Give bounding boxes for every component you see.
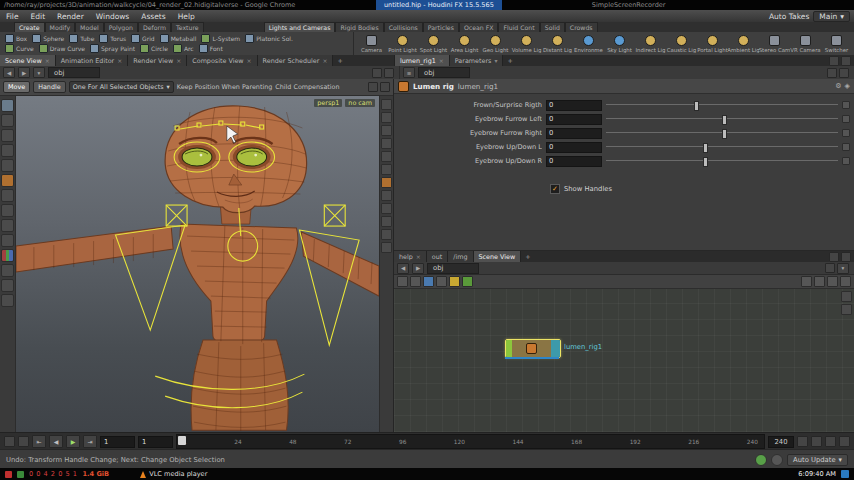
- pin-pane-icon[interactable]: [827, 68, 837, 78]
- current-frame-field[interactable]: 1: [100, 436, 135, 448]
- tool-grid[interactable]: Grid: [129, 34, 157, 43]
- network-canvas[interactable]: lumen_rig1: [394, 289, 854, 432]
- shelf-tab-rigid-bodies[interactable]: Rigid Bodies: [335, 22, 383, 32]
- node-grid-icon[interactable]: [410, 276, 421, 287]
- network-overview-icon[interactable]: [841, 291, 852, 302]
- chevron-down-icon[interactable]: ▾: [494, 57, 497, 64]
- new-tab-button[interactable]: +: [503, 55, 516, 66]
- forward-button[interactable]: ▶: [18, 67, 30, 78]
- slider-handle[interactable]: [694, 101, 699, 111]
- tool-stereo-cam[interactable]: Stereo Cam: [759, 35, 790, 53]
- clock[interactable]: 6:09:40 AM: [798, 470, 836, 478]
- auto-update-dropdown[interactable]: Auto Update ▾: [787, 454, 848, 466]
- network-controls-icon[interactable]: [841, 304, 852, 315]
- shelf-tab-model[interactable]: Model: [75, 22, 104, 32]
- move-mode-button[interactable]: Move: [3, 81, 30, 93]
- loop-mode-icon[interactable]: [797, 436, 808, 447]
- close-icon[interactable]: ×: [439, 57, 444, 64]
- checkbox-checked-icon[interactable]: ✓: [550, 184, 560, 194]
- show-handles-toggle[interactable]: ✓ Show Handles: [550, 184, 854, 194]
- flag-template-icon[interactable]: [449, 276, 460, 287]
- display-options-icon[interactable]: [1, 294, 14, 307]
- timeline-ruler[interactable]: 1 24 48 72 96 120 144 168 192 216 240: [176, 434, 765, 449]
- node-color-icon[interactable]: [423, 276, 434, 287]
- group-list-icon[interactable]: [381, 203, 392, 214]
- axis-display-icon[interactable]: [1, 249, 14, 262]
- menu-file[interactable]: File: [0, 12, 25, 21]
- keep-position-toggle[interactable]: Keep Position When Parenting: [177, 83, 272, 91]
- tool-metaball[interactable]: Metaball: [158, 34, 199, 43]
- tool-curve[interactable]: Curve: [3, 44, 36, 53]
- playbar-options-icon[interactable]: [839, 436, 850, 447]
- shelf-tab-deform[interactable]: Deform: [138, 22, 171, 32]
- tool-portal-light[interactable]: Portal Light: [697, 35, 728, 53]
- tool-arc[interactable]: Arc: [171, 44, 196, 53]
- pane-menu-icon[interactable]: [839, 68, 849, 78]
- flag-display-icon[interactable]: [462, 276, 473, 287]
- param-slider[interactable]: [606, 114, 838, 124]
- view-tool-icon[interactable]: [1, 99, 14, 112]
- back-button[interactable]: ◀: [3, 67, 15, 78]
- frame-all-icon[interactable]: [840, 276, 851, 287]
- tab-render-scheduler[interactable]: Render Scheduler×: [258, 55, 334, 66]
- param-value-field[interactable]: 0: [546, 156, 602, 167]
- node-lumen-rig1[interactable]: [505, 339, 561, 358]
- frame-view-icon[interactable]: [381, 112, 392, 123]
- select-tool-icon[interactable]: [1, 114, 14, 127]
- realtime-toggle-icon[interactable]: [811, 436, 822, 447]
- shelf-tab-solid[interactable]: Solid: [540, 22, 565, 32]
- shelf-tab-ocean-fx[interactable]: Ocean FX: [459, 22, 499, 32]
- menu-windows[interactable]: Windows: [90, 12, 135, 21]
- handles-tool-icon[interactable]: [1, 189, 14, 202]
- tool-switcher[interactable]: Switcher: [821, 35, 852, 53]
- go-to-start-button[interactable]: ⇤: [32, 435, 46, 448]
- object-visibility-icon[interactable]: [381, 229, 392, 240]
- close-icon[interactable]: ×: [416, 253, 421, 260]
- tool-spray-paint[interactable]: Spray Paint: [88, 44, 137, 53]
- pane-maximize-icon[interactable]: [841, 56, 851, 66]
- shelf-tab-polygon[interactable]: Polygon: [104, 22, 138, 32]
- high-quality-icon[interactable]: [381, 177, 392, 188]
- home-view-icon[interactable]: [381, 99, 392, 110]
- light-toggle-icon[interactable]: [1, 264, 14, 277]
- snap-grid-icon[interactable]: [381, 190, 392, 201]
- tab-scene-view[interactable]: Scene View×: [0, 55, 56, 66]
- tool-distant-light[interactable]: Distant Lig: [542, 35, 573, 53]
- wireframe-icon[interactable]: [381, 151, 392, 162]
- step-back-button[interactable]: ◀: [49, 435, 63, 448]
- close-icon[interactable]: ×: [247, 57, 252, 64]
- param-slider[interactable]: [606, 156, 838, 166]
- tool-circle[interactable]: Circle: [138, 44, 170, 53]
- tab-animation-editor[interactable]: Animation Editor×: [56, 55, 129, 66]
- hamburger-icon[interactable]: ≡: [403, 67, 415, 78]
- tab-network-scene-view[interactable]: Scene View: [474, 251, 522, 262]
- move-tool-icon[interactable]: [1, 129, 14, 142]
- slider-handle[interactable]: [722, 129, 727, 139]
- tool-vr-camera[interactable]: VR Camera: [790, 35, 821, 53]
- tool-caustic-light[interactable]: Caustic Lig: [666, 35, 697, 53]
- param-slider[interactable]: [606, 100, 838, 110]
- tool-torus[interactable]: Torus: [97, 34, 128, 43]
- tab-parameters[interactable]: Parameters▾: [450, 55, 504, 66]
- snap-tool-icon[interactable]: [1, 204, 14, 217]
- lighting-icon[interactable]: [381, 164, 392, 175]
- layout-nodes-icon[interactable]: [801, 276, 812, 287]
- pane-maximize-icon[interactable]: [841, 252, 851, 262]
- zoom-out-icon[interactable]: [827, 276, 838, 287]
- pane-split-icon[interactable]: [829, 56, 839, 66]
- node-display-flag[interactable]: [551, 340, 560, 357]
- character-model[interactable]: [16, 96, 379, 432]
- close-icon[interactable]: ×: [176, 57, 181, 64]
- param-slider[interactable]: [606, 128, 838, 138]
- shelf-tab-particles[interactable]: Particles: [423, 22, 459, 32]
- tool-geo-light[interactable]: Geo Light: [480, 35, 511, 53]
- forward-button[interactable]: ▶: [412, 263, 424, 274]
- tool-sky-light[interactable]: Sky Light: [604, 35, 635, 53]
- ladder-handle-icon[interactable]: [842, 129, 850, 137]
- tool-ambient-light[interactable]: Ambient Lig: [728, 35, 759, 53]
- menu-assets[interactable]: Assets: [135, 12, 171, 21]
- slider-handle[interactable]: [703, 143, 708, 153]
- range-end-field[interactable]: 240: [768, 436, 794, 448]
- tool-indirect-light[interactable]: Indirect Lig: [635, 35, 666, 53]
- parameters-path-field[interactable]: obj: [418, 67, 470, 78]
